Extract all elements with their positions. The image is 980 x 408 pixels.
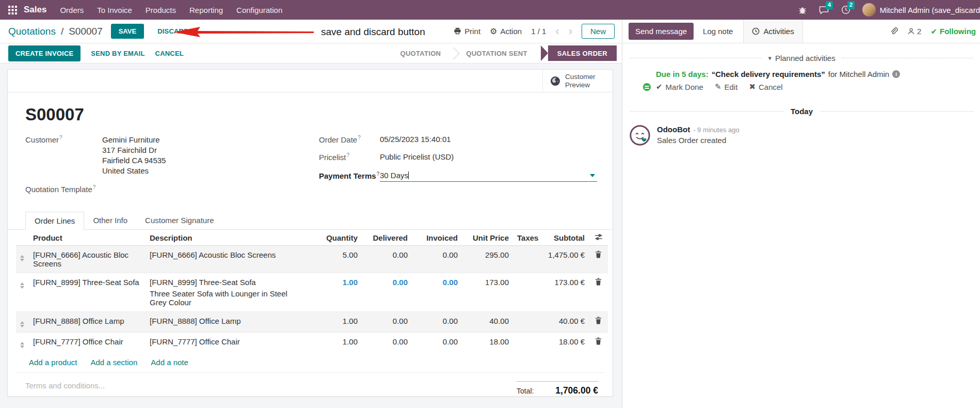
save-button[interactable]: SAVE xyxy=(111,24,144,39)
customer-label: Customer? xyxy=(25,135,102,176)
cell-delivered[interactable]: 0.00 xyxy=(362,312,412,333)
status-step-quotation[interactable]: QUOTATION xyxy=(390,45,451,61)
nav-menu-configuration[interactable]: Configuration xyxy=(236,6,282,14)
cell-taxes[interactable] xyxy=(513,333,544,353)
cell-delivered[interactable]: 0.00 xyxy=(362,273,412,312)
mark-done-button[interactable]: ✔Mark Done xyxy=(656,82,703,91)
app-name[interactable]: Sales xyxy=(24,5,46,15)
column-description: Description xyxy=(146,230,293,246)
cell-unit-price[interactable]: 18.00 xyxy=(462,333,513,353)
following-button[interactable]: ✔ Following xyxy=(930,27,976,36)
status-step-quotation-sent[interactable]: QUOTATION SENT xyxy=(456,45,538,61)
order-date-field[interactable]: 05/25/2023 15:40:01 xyxy=(380,135,451,144)
tab-other-info[interactable]: Other Info xyxy=(84,212,136,230)
cell-description[interactable]: [FURN_6666] Acoustic Bloc Screens xyxy=(146,246,293,273)
terms-and-conditions-input[interactable]: Terms and conditions... xyxy=(25,381,105,396)
cell-product[interactable]: [FURN_6666] Acoustic Bloc Screens xyxy=(29,246,146,273)
delete-row-icon[interactable] xyxy=(595,250,602,260)
tab-customer-signature[interactable]: Customer Signature xyxy=(136,212,222,230)
user-menu[interactable]: Mitchell Admin (save_discard xyxy=(862,3,980,17)
cell-invoiced[interactable]: 0.00 xyxy=(412,312,462,333)
cell-quantity[interactable]: 1.00 xyxy=(293,333,362,353)
optional-columns-button[interactable] xyxy=(589,230,608,246)
print-button[interactable]: Print xyxy=(454,27,480,36)
cell-invoiced[interactable]: 0.00 xyxy=(412,273,462,312)
followers-button[interactable]: 2 xyxy=(907,27,921,36)
breadcrumb-quotations-link[interactable]: Quotations xyxy=(8,26,56,37)
info-icon[interactable]: i xyxy=(892,70,900,78)
tab-order-lines[interactable]: Order Lines xyxy=(25,212,84,230)
cell-delivered[interactable]: 0.00 xyxy=(362,246,412,273)
create-invoice-button[interactable]: CREATE INVOICE xyxy=(8,45,81,61)
cell-quantity[interactable]: 1.00 xyxy=(293,312,362,333)
cell-invoiced[interactable]: 0.00 xyxy=(412,246,462,273)
activities-clock-icon[interactable]: 2 xyxy=(841,5,851,15)
cell-taxes[interactable] xyxy=(513,312,544,333)
apps-grid-icon[interactable] xyxy=(7,5,18,15)
add-a-product-link[interactable]: Add a product xyxy=(29,358,77,367)
cell-unit-price[interactable]: 173.00 xyxy=(462,273,513,312)
send-by-email-button[interactable]: SEND BY EMAIL xyxy=(91,50,144,57)
breadcrumb-separator: / xyxy=(61,26,63,37)
today-label: Today xyxy=(791,107,813,116)
activities-badge: 2 xyxy=(847,1,855,9)
customer-preview-button[interactable]: Customer Preview xyxy=(542,70,613,92)
cell-product[interactable]: [FURN_8999] Three-Seat Sofa xyxy=(29,273,146,312)
pager-previous-icon[interactable]: ‹ xyxy=(555,26,559,37)
new-button[interactable]: New xyxy=(582,24,615,39)
planned-activities-toggle[interactable]: ▾ Planned activities xyxy=(630,54,974,62)
cancel-activity-button[interactable]: ✖Cancel xyxy=(749,82,782,91)
payment-terms-input[interactable]: 30 Days xyxy=(380,171,597,182)
cell-product[interactable]: [FURN_8888] Office Lamp xyxy=(29,312,146,333)
cell-delivered[interactable]: 0.00 xyxy=(362,333,412,353)
drag-handle[interactable] xyxy=(20,340,24,348)
column-taxes: Taxes xyxy=(513,230,544,246)
cell-invoiced[interactable]: 0.00 xyxy=(412,333,462,353)
nav-menu-products[interactable]: Products xyxy=(146,6,176,14)
cell-quantity[interactable]: 5.00 xyxy=(293,246,362,273)
delete-row-icon[interactable] xyxy=(595,337,602,347)
cell-quantity[interactable]: 1.00 xyxy=(293,273,362,312)
activities-tab[interactable]: Activities xyxy=(743,20,802,43)
cell-unit-price[interactable]: 40.00 xyxy=(462,312,513,333)
debug-bug-icon[interactable] xyxy=(797,5,808,15)
chatter-message: OdooBot - 9 minutes ago Sales Order crea… xyxy=(630,125,974,146)
total-label: Total: xyxy=(517,387,534,395)
nav-menu-to-invoice[interactable]: To Invoice xyxy=(97,6,132,14)
nav-menu-orders[interactable]: Orders xyxy=(60,6,84,14)
nav-menu-reporting[interactable]: Reporting xyxy=(189,6,223,14)
send-message-button[interactable]: Send message xyxy=(629,23,694,40)
messages-icon[interactable]: 4 xyxy=(819,5,829,15)
delete-row-icon[interactable] xyxy=(595,278,602,287)
status-step-sales-order[interactable]: SALES ORDER xyxy=(548,45,617,61)
odoo-sales-order-page: Sales Orders To Invoice Products Reporti… xyxy=(0,0,980,408)
cell-product[interactable]: [FURN_7777] Office Chair xyxy=(29,333,146,353)
cell-description[interactable]: [FURN_8999] Three-Seat SofaThree Seater … xyxy=(146,273,293,312)
delete-row-icon[interactable] xyxy=(595,317,602,326)
drag-handle[interactable] xyxy=(20,281,24,289)
cell-taxes[interactable] xyxy=(513,246,544,273)
action-button[interactable]: ⚙ Action xyxy=(490,26,522,36)
discard-button[interactable]: DISCARD xyxy=(157,27,189,35)
pager-next-icon[interactable]: › xyxy=(569,26,572,37)
cell-unit-price[interactable]: 295.00 xyxy=(462,246,513,273)
customer-field-row: Customer? Gemini Furniture 317 Fairchild… xyxy=(25,135,314,176)
user-avatar xyxy=(862,3,876,17)
add-a-section-link[interactable]: Add a section xyxy=(90,358,137,367)
drag-handle[interactable] xyxy=(20,320,24,327)
odoobot-avatar xyxy=(630,125,650,146)
drag-handle[interactable] xyxy=(20,254,24,261)
add-a-note-link[interactable]: Add a note xyxy=(151,358,188,367)
cell-subtotal: 40.00 € xyxy=(544,312,589,333)
attachments-button[interactable] xyxy=(889,27,898,36)
customer-link[interactable]: Gemini Furniture xyxy=(102,135,166,145)
log-note-button[interactable]: Log note xyxy=(703,27,733,36)
dropdown-caret-icon[interactable] xyxy=(590,174,595,177)
cell-taxes[interactable] xyxy=(513,273,544,312)
cancel-button[interactable]: CANCEL xyxy=(155,50,184,57)
edit-activity-button[interactable]: ✎Edit xyxy=(715,82,737,91)
cell-description[interactable]: [FURN_8888] Office Lamp xyxy=(146,312,293,333)
pricelist-field[interactable]: Public Pricelist (USD) xyxy=(380,152,454,162)
cell-description[interactable]: [FURN_7777] Office Chair xyxy=(146,333,293,353)
message-author[interactable]: OdooBot xyxy=(657,125,690,134)
